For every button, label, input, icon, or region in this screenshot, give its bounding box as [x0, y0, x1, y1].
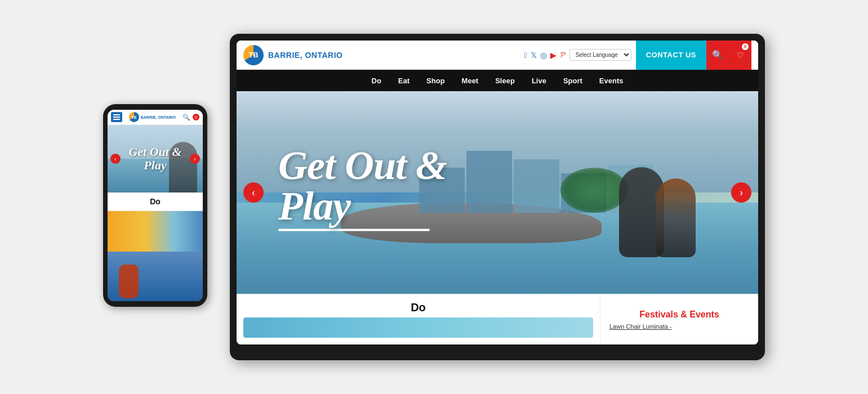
twitter-icon[interactable]: 𝕏	[531, 51, 537, 60]
mobile-hero-banner: ‹ Get Out & Play ›	[108, 125, 203, 192]
hero-next-arrow[interactable]: ›	[731, 182, 751, 203]
building-3	[514, 159, 559, 213]
facebook-icon[interactable]: 	[524, 51, 527, 60]
nav-item-shop[interactable]: Shop	[426, 77, 445, 85]
building-2	[466, 151, 512, 213]
nav-item-do[interactable]: Do	[372, 77, 381, 85]
hero-text-overlay: Get Out & Play	[278, 145, 447, 231]
desktop-hero-banner: Get Out & Play ‹ ›	[237, 91, 758, 294]
desktop-nav: Do Eat Shop Meet Sleep Live Sport Events	[237, 70, 758, 91]
bottom-festivals-section: Festivals & Events Lawn Chair Luminata -	[600, 294, 758, 344]
festival-link[interactable]: Lawn Chair Luminata -	[609, 323, 749, 330]
pinterest-icon[interactable]: 𝓟	[560, 50, 565, 60]
hero-underline	[278, 229, 430, 231]
desktop-header-right:  𝕏 ◎ ▶ 𝓟 Select Language CONTACT US 🔍 ♡	[524, 41, 751, 70]
language-select[interactable]: Select Language	[569, 49, 631, 61]
search-button[interactable]: 🔍	[706, 41, 729, 70]
wishlist-button[interactable]: ♡ 0	[729, 41, 751, 70]
mobile-logo[interactable]: TB BARRIE, ONTARIO	[129, 112, 176, 122]
hero-trees	[560, 168, 628, 213]
hamburger-menu[interactable]	[111, 112, 122, 122]
mobile-thumb-person	[119, 265, 139, 298]
mobile-cart-badge[interactable]: 0	[193, 114, 199, 120]
mobile-thumbnail	[108, 211, 203, 301]
hero-person-2	[656, 178, 696, 257]
hero-script-line2: Play	[278, 186, 447, 226]
nav-item-live[interactable]: Live	[532, 77, 546, 85]
nav-item-eat[interactable]: Eat	[398, 77, 409, 85]
desktop-logo-text: BARRIE, ONTARIO	[268, 51, 342, 60]
contact-us-button[interactable]: CONTACT US	[636, 41, 706, 70]
search-icon: 🔍	[712, 50, 723, 60]
wishlist-count: 0	[742, 43, 749, 50]
mobile-section-label: Do	[108, 192, 203, 211]
social-icons:  𝕏 ◎ ▶ 𝓟	[524, 50, 565, 60]
nav-item-sport[interactable]: Sport	[563, 77, 582, 85]
mobile-header-icons: 🔍 0	[182, 114, 199, 121]
mobile-screen: TB BARRIE, ONTARIO 🔍 0 ‹ Get Out & Play	[108, 110, 203, 301]
logo-circle-icon: TB	[129, 112, 139, 122]
desktop-device: TB BARRIE, ONTARIO  𝕏 ◎ ▶ 𝓟 Select Lang…	[230, 34, 765, 360]
mobile-hero-prev-arrow[interactable]: ‹	[110, 154, 121, 164]
logo-initials: TB	[248, 51, 258, 59]
mobile-hero-text: Get Out & Play	[128, 145, 181, 172]
nav-item-meet[interactable]: Meet	[462, 77, 479, 85]
desktop-header: TB BARRIE, ONTARIO  𝕏 ◎ ▶ 𝓟 Select Lang…	[237, 41, 758, 70]
nav-item-sleep[interactable]: Sleep	[495, 77, 515, 85]
mobile-search-icon[interactable]: 🔍	[182, 114, 190, 121]
desktop-bottom-section: Do Festivals & Events Lawn Chair Luminat…	[237, 294, 758, 344]
bottom-section-title: Do	[411, 301, 426, 314]
instagram-icon[interactable]: ◎	[540, 51, 547, 60]
desktop-screen: TB BARRIE, ONTARIO  𝕏 ◎ ▶ 𝓟 Select Lang…	[237, 41, 758, 344]
bottom-thumbnail	[243, 317, 593, 338]
mobile-logo-text: BARRIE, ONTARIO	[141, 115, 176, 119]
bottom-do-section: Do	[237, 294, 600, 344]
mobile-header: TB BARRIE, ONTARIO 🔍 0	[108, 110, 203, 125]
nav-item-events[interactable]: Events	[599, 77, 624, 85]
festival-title: Festivals & Events	[609, 309, 749, 320]
heart-icon: ♡	[737, 51, 744, 60]
desktop-logo[interactable]: TB BARRIE, ONTARIO	[243, 45, 342, 65]
logo-circle-icon: TB	[243, 45, 264, 65]
header-action-group: CONTACT US 🔍 ♡ 0	[636, 41, 751, 70]
youtube-icon[interactable]: ▶	[550, 51, 557, 60]
logo-initials: TB	[131, 115, 136, 119]
mobile-device: TB BARRIE, ONTARIO 🔍 0 ‹ Get Out & Play	[103, 104, 207, 307]
mobile-hero-next-arrow[interactable]: ›	[190, 154, 200, 164]
hero-script-line1: Get Out &	[278, 145, 447, 186]
hero-prev-arrow[interactable]: ‹	[243, 182, 264, 203]
